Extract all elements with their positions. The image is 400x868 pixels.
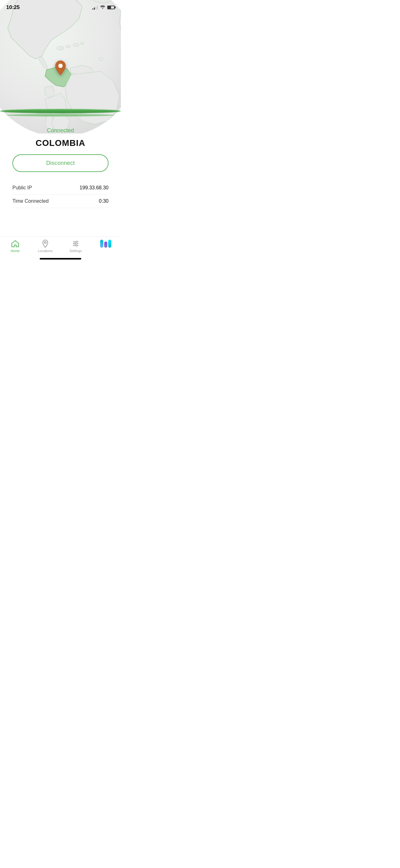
locations-icon — [41, 240, 49, 248]
svg-point-2 — [73, 43, 79, 46]
signal-bars-icon — [92, 5, 98, 10]
svg-point-5 — [58, 64, 63, 68]
home-indicator — [40, 258, 81, 259]
globe-arc-2 — [6, 114, 115, 116]
globe-arc — [0, 109, 121, 113]
disconnect-button[interactable]: Disconnect — [12, 154, 108, 172]
locations-nav-label: Locations — [38, 249, 53, 253]
status-time: 10:25 — [6, 4, 20, 10]
nav-item-more[interactable] — [91, 240, 121, 249]
time-connected-row: Time Connected 0:30 — [12, 195, 108, 208]
status-icons — [92, 5, 115, 10]
connection-status: Connected — [47, 127, 74, 134]
nav-item-settings[interactable]: Settings — [61, 240, 91, 253]
country-name: COLOMBIA — [36, 138, 85, 148]
wifi-icon — [100, 5, 105, 10]
svg-point-1 — [66, 45, 71, 48]
public-ip-row: Public IP 199.33.68.30 — [12, 181, 108, 195]
public-ip-value: 199.33.68.30 — [80, 185, 108, 191]
home-nav-label: Home — [10, 249, 20, 253]
widget-bar-2 — [104, 242, 107, 248]
time-connected-label: Time Connected — [12, 198, 49, 204]
map-container — [0, 0, 121, 133]
widget-bar-3 — [108, 240, 111, 248]
svg-point-11 — [74, 243, 75, 245]
settings-icon — [72, 240, 80, 248]
home-icon — [11, 240, 19, 248]
nav-item-home[interactable]: Home — [0, 240, 30, 253]
main-content: Connected COLOMBIA Disconnect Public IP … — [0, 124, 121, 237]
battery-icon — [107, 6, 115, 9]
nav-item-locations[interactable]: Locations — [30, 240, 61, 253]
widget-bar-1 — [100, 240, 103, 248]
svg-point-12 — [76, 245, 77, 247]
svg-point-10 — [76, 241, 77, 243]
svg-point-3 — [80, 42, 84, 44]
location-pin — [54, 61, 67, 77]
more-icon — [100, 240, 111, 248]
settings-nav-label: Settings — [69, 249, 82, 253]
svg-point-6 — [44, 242, 46, 243]
svg-point-4 — [98, 57, 103, 61]
svg-point-0 — [57, 46, 64, 50]
status-bar: 10:25 — [0, 0, 121, 12]
public-ip-label: Public IP — [12, 185, 32, 191]
time-connected-value: 0:30 — [99, 198, 108, 204]
